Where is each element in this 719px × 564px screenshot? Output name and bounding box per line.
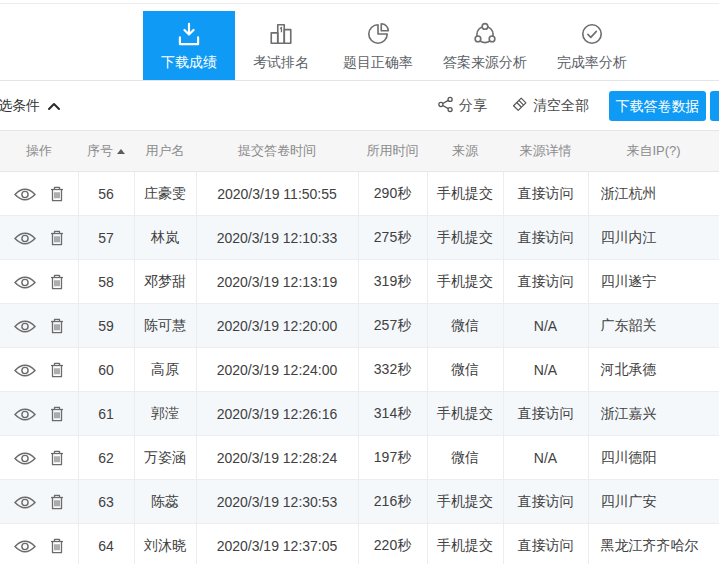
view-icon[interactable] <box>14 451 36 466</box>
duration-cell: 216秒 <box>358 480 427 524</box>
download-scores-page: 下载成绩 考试排名 <box>0 0 719 564</box>
filter-conditions-label: 选条件 <box>0 97 40 115</box>
share-nodes-icon <box>472 20 498 47</box>
source-cell: 微信 <box>427 436 503 480</box>
view-icon[interactable] <box>14 319 36 334</box>
table-body: 56 庄豪雯 2020/3/19 11:50:55 290秒 手机提交 直接访问… <box>0 172 719 564</box>
ip-location-cell: 黑龙江齐齐哈尔 <box>588 524 719 564</box>
source-cell: 手机提交 <box>427 480 503 524</box>
col-header-seq[interactable]: 序号 <box>78 131 134 172</box>
view-icon[interactable] <box>14 231 36 246</box>
submit-time-cell: 2020/3/19 12:37:05 <box>196 524 358 564</box>
delete-icon[interactable] <box>50 538 64 554</box>
col-header-source-detail: 来源详情 <box>503 131 588 172</box>
ip-location-cell: 河北承德 <box>588 348 719 392</box>
source-cell: 微信 <box>427 348 503 392</box>
source-detail-cell: 直接访问 <box>503 480 588 524</box>
seq-cell: 58 <box>78 260 134 304</box>
table-row: 63 陈蕊 2020/3/19 12:30:53 216秒 手机提交 直接访问 … <box>0 480 719 524</box>
pie-chart-icon <box>365 20 391 47</box>
table-row: 64 刘沐晓 2020/3/19 12:37:05 220秒 手机提交 直接访问… <box>0 524 719 564</box>
delete-icon[interactable] <box>50 406 64 422</box>
download-answers-button[interactable]: 下载答卷数据 <box>609 91 706 121</box>
tab-label: 下载成绩 <box>161 54 217 72</box>
username-cell: 邓梦甜 <box>134 260 196 304</box>
source-detail-cell: N/A <box>503 436 588 480</box>
duration-cell: 332秒 <box>358 348 427 392</box>
submit-time-cell: 2020/3/19 12:26:16 <box>196 392 358 436</box>
view-icon[interactable] <box>14 539 36 554</box>
operations-cell <box>0 524 78 564</box>
check-circle-icon <box>579 20 605 47</box>
username-cell: 郭滢 <box>134 392 196 436</box>
top-divider <box>0 3 719 4</box>
col-header-ip[interactable]: 来自IP(?) <box>588 131 719 172</box>
analysis-tab-bar: 下载成绩 考试排名 <box>0 0 719 81</box>
share-button[interactable]: 分享 <box>437 96 487 116</box>
username-cell: 陈可慧 <box>134 304 196 348</box>
cut-off-button[interactable] <box>710 91 719 121</box>
tab-question-accuracy[interactable]: 题目正确率 <box>327 11 429 80</box>
table-row: 62 万姿涵 2020/3/19 12:28:24 197秒 微信 N/A 四川… <box>0 436 719 480</box>
ip-location-cell: 浙江杭州 <box>588 172 719 216</box>
seq-cell: 59 <box>78 304 134 348</box>
source-cell: 手机提交 <box>427 172 503 216</box>
view-icon[interactable] <box>14 363 36 378</box>
operations-cell <box>0 216 78 260</box>
tab-completion-rate-analysis[interactable]: 完成率分析 <box>541 11 643 80</box>
operations-cell <box>0 436 78 480</box>
table-header: 操作 序号 用户名 提交答卷时间 所用时间 来源 来源详情 来自IP(?) <box>0 131 719 172</box>
col-header-submit-time: 提交答卷时间 <box>196 131 358 172</box>
col-header-duration: 所用时间 <box>358 131 427 172</box>
operations-cell <box>0 304 78 348</box>
share-icon <box>437 96 454 116</box>
username-cell: 林岚 <box>134 216 196 260</box>
source-cell: 微信 <box>427 304 503 348</box>
view-icon[interactable] <box>14 187 36 202</box>
table-row: 60 高原 2020/3/19 12:24:00 332秒 微信 N/A 河北承… <box>0 348 719 392</box>
source-detail-cell: 直接访问 <box>503 392 588 436</box>
filter-action-bar: 选条件 分享 <box>0 81 719 130</box>
ip-location-cell: 四川广安 <box>588 480 719 524</box>
submit-time-cell: 2020/3/19 12:24:00 <box>196 348 358 392</box>
tab-label: 题目正确率 <box>343 54 413 72</box>
delete-icon[interactable] <box>50 274 64 290</box>
share-label: 分享 <box>459 97 487 115</box>
delete-icon[interactable] <box>50 186 64 202</box>
ip-location-cell: 四川德阳 <box>588 436 719 480</box>
clear-all-button[interactable]: 清空全部 <box>511 96 589 116</box>
duration-cell: 319秒 <box>358 260 427 304</box>
tab-download-scores[interactable]: 下载成绩 <box>143 11 235 80</box>
operations-cell <box>0 348 78 392</box>
chevron-up-icon <box>47 98 61 114</box>
view-icon[interactable] <box>14 407 36 422</box>
username-cell: 万姿涵 <box>134 436 196 480</box>
duration-cell: 275秒 <box>358 216 427 260</box>
username-cell: 高原 <box>134 348 196 392</box>
operations-cell <box>0 260 78 304</box>
filter-conditions-toggle[interactable]: 选条件 <box>0 81 61 130</box>
tab-label: 完成率分析 <box>557 54 627 72</box>
table-row: 58 邓梦甜 2020/3/19 12:13:19 319秒 手机提交 直接访问… <box>0 260 719 304</box>
view-icon[interactable] <box>14 275 36 290</box>
tab-exam-ranking[interactable]: 考试排名 <box>235 11 327 80</box>
col-header-operations: 操作 <box>0 131 78 172</box>
username-cell: 陈蕊 <box>134 480 196 524</box>
tab-answer-source-analysis[interactable]: 答案来源分析 <box>429 11 541 80</box>
operations-cell <box>0 392 78 436</box>
table-row: 59 陈可慧 2020/3/19 12:20:00 257秒 微信 N/A 广东… <box>0 304 719 348</box>
delete-icon[interactable] <box>50 318 64 334</box>
source-detail-cell: 直接访问 <box>503 216 588 260</box>
delete-icon[interactable] <box>50 494 64 510</box>
col-header-username: 用户名 <box>134 131 196 172</box>
duration-cell: 197秒 <box>358 436 427 480</box>
delete-icon[interactable] <box>50 230 64 246</box>
duration-cell: 314秒 <box>358 392 427 436</box>
source-detail-cell: 直接访问 <box>503 260 588 304</box>
source-cell: 手机提交 <box>427 260 503 304</box>
view-icon[interactable] <box>14 495 36 510</box>
delete-icon[interactable] <box>50 450 64 466</box>
submit-time-cell: 2020/3/19 12:30:53 <box>196 480 358 524</box>
delete-icon[interactable] <box>50 362 64 378</box>
operations-cell <box>0 172 78 216</box>
